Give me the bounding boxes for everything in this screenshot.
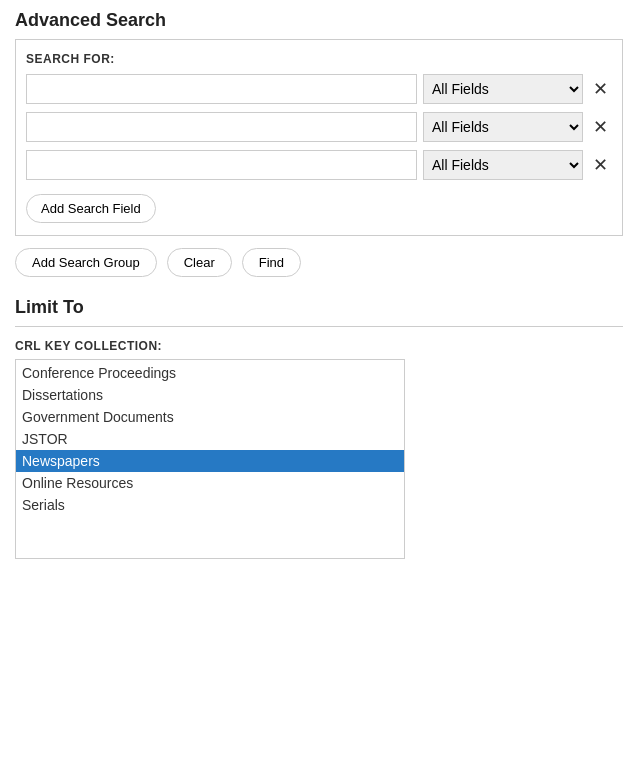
remove-row-1-button[interactable]: ✕ [589, 80, 612, 98]
list-item[interactable]: Conference Proceedings [16, 362, 404, 384]
list-item[interactable]: Government Documents [16, 406, 404, 428]
actions-row: Add Search Group Clear Find [15, 248, 623, 277]
list-item-selected[interactable]: Newspapers [16, 450, 404, 472]
list-item[interactable]: Online Resources [16, 472, 404, 494]
search-input-3[interactable] [26, 150, 417, 180]
advanced-search-title: Advanced Search [15, 10, 623, 31]
field-select-3[interactable]: All Fields Title Author Subject ISBN ISS… [423, 150, 583, 180]
add-search-group-button[interactable]: Add Search Group [15, 248, 157, 277]
limit-to-title: Limit To [15, 297, 623, 318]
list-item[interactable]: Dissertations [16, 384, 404, 406]
search-for-label: SEARCH FOR: [26, 52, 612, 66]
search-input-1[interactable] [26, 74, 417, 104]
list-item[interactable]: Serials [16, 494, 404, 516]
search-row-2: All Fields Title Author Subject ISBN ISS… [26, 112, 612, 142]
search-row-3: All Fields Title Author Subject ISBN ISS… [26, 150, 612, 180]
field-select-2[interactable]: All Fields Title Author Subject ISBN ISS… [423, 112, 583, 142]
field-select-1[interactable]: All Fields Title Author Subject ISBN ISS… [423, 74, 583, 104]
remove-row-2-button[interactable]: ✕ [589, 118, 612, 136]
remove-row-3-button[interactable]: ✕ [589, 156, 612, 174]
crl-collection-label: CRL KEY COLLECTION: [15, 339, 623, 353]
search-row-1: All Fields Title Author Subject ISBN ISS… [26, 74, 612, 104]
add-search-field-button[interactable]: Add Search Field [26, 194, 156, 223]
find-button[interactable]: Find [242, 248, 301, 277]
search-input-2[interactable] [26, 112, 417, 142]
search-box: SEARCH FOR: All Fields Title Author Subj… [15, 39, 623, 236]
limit-divider [15, 326, 623, 327]
clear-button[interactable]: Clear [167, 248, 232, 277]
list-item[interactable]: JSTOR [16, 428, 404, 450]
collection-list[interactable]: Conference Proceedings Dissertations Gov… [15, 359, 405, 559]
